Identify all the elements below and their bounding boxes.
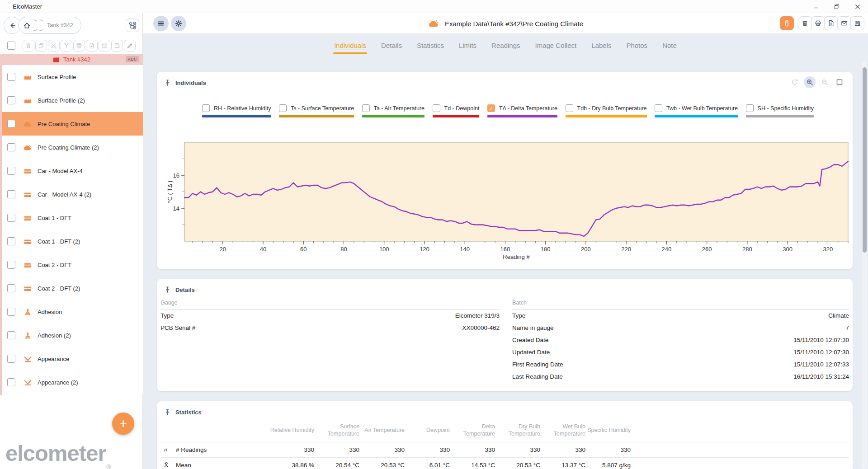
export-pdf-batch-button[interactable] [824, 16, 838, 30]
item-checkbox[interactable] [7, 284, 15, 292]
item-checkbox[interactable] [7, 73, 15, 81]
legend-item[interactable]: Ts - Surface Temperature [279, 104, 354, 117]
pin-icon[interactable] [164, 408, 171, 416]
svg-text:220: 220 [621, 246, 631, 253]
batch-item[interactable]: Surface Profile [0, 65, 143, 89]
copy-button[interactable] [35, 40, 47, 52]
batch-item[interactable]: Coat 2 - DFT [0, 253, 143, 277]
select-all-checkbox[interactable] [7, 42, 15, 50]
pin-icon[interactable] [164, 79, 171, 86]
tab-labels[interactable]: Labels [590, 40, 612, 56]
detail-row: Name in gauge7 [512, 322, 849, 334]
tree-view-button[interactable] [126, 19, 139, 32]
batch-item[interactable]: Coat 1 - DFT [0, 206, 143, 230]
email-batch-button[interactable] [837, 16, 851, 30]
breadcrumb-label: Tank #342 [47, 22, 73, 28]
surface-profile-icon [24, 73, 32, 81]
batch-item[interactable]: Car - Model AX-4 (2) [0, 183, 143, 206]
legend-item[interactable]: TΔ - Delta Temperature [487, 104, 557, 117]
tab-details[interactable]: Details [380, 40, 403, 56]
delete-button[interactable] [23, 40, 34, 52]
home-icon[interactable] [23, 22, 31, 29]
item-checkbox[interactable] [7, 167, 15, 175]
legend-item[interactable]: Tdb - Dry Bulb Temperature [566, 104, 647, 117]
item-checkbox[interactable] [7, 355, 15, 363]
item-checkbox[interactable] [7, 190, 15, 198]
batch-item[interactable]: Pre Coating Climate (2) [0, 136, 143, 159]
tab-individuals[interactable]: Individuals [333, 40, 367, 56]
batch-item[interactable]: Car - Model AX-4 [0, 159, 143, 183]
edit-button[interactable] [124, 40, 136, 52]
legend-checkbox[interactable] [746, 104, 754, 112]
item-checkbox[interactable] [7, 261, 15, 269]
item-checkbox[interactable] [7, 143, 15, 151]
pin-icon[interactable] [164, 286, 171, 293]
tab-limits[interactable]: Limits [458, 40, 477, 56]
scrollbar-thumb[interactable] [863, 67, 867, 253]
climate-cloud-icon [428, 19, 440, 28]
legend-color-bar [433, 115, 480, 117]
elcometer-logo: elcometer® [5, 441, 110, 469]
item-checkbox[interactable] [7, 120, 15, 128]
tab-photos[interactable]: Photos [625, 40, 648, 56]
legend-item[interactable]: RH - Relative Humidity [202, 104, 271, 117]
batch-item[interactable]: Appearance (2) [0, 371, 143, 394]
window-close-icon[interactable] [847, 0, 868, 13]
gauge-connect-button[interactable] [780, 16, 794, 30]
batch-item[interactable]: Coat 2 - DFT (2) [0, 277, 143, 300]
export-pdf-button[interactable] [86, 40, 98, 52]
item-checkbox[interactable] [7, 237, 15, 245]
item-checkbox[interactable] [7, 214, 15, 222]
tree-indent-stripe [0, 65, 2, 395]
add-button[interactable]: + [112, 413, 134, 435]
window-restore-icon[interactable] [826, 0, 847, 13]
print-batch-button[interactable] [811, 16, 825, 30]
sort-abc-badge[interactable]: ABC [126, 56, 139, 62]
tree-root-header[interactable]: Tank #342 ABC [0, 54, 143, 65]
item-checkbox[interactable] [7, 308, 15, 316]
expand-button[interactable] [834, 76, 845, 88]
legend-item[interactable]: Twb - Wet Bulb Temperature [655, 104, 738, 117]
breadcrumb[interactable]: Tank #342 [18, 17, 81, 34]
batch-item[interactable]: Appearance [0, 347, 143, 371]
cut-button[interactable] [48, 40, 60, 52]
tree-root-label: Tank #342 [63, 56, 90, 63]
legend-checkbox[interactable] [362, 104, 370, 112]
vertical-scrollbar[interactable] [862, 61, 867, 469]
batch-item[interactable]: Adhesion (2) [0, 324, 143, 347]
legend-checkbox[interactable] [433, 104, 440, 112]
delete-batch-button[interactable] [798, 16, 812, 30]
tab-readings[interactable]: Readings [491, 40, 521, 56]
email-button[interactable] [99, 40, 110, 52]
zoom-in-button[interactable] [804, 76, 816, 88]
legend-checkbox[interactable] [487, 104, 495, 112]
item-checkbox[interactable] [7, 378, 15, 386]
legend-checkbox[interactable] [566, 104, 573, 112]
tab-note[interactable]: Note [661, 40, 678, 56]
legend-color-bar [655, 115, 738, 117]
legend-item[interactable]: Ta - Air Temperature [362, 104, 425, 117]
zoom-out-button[interactable] [819, 76, 830, 88]
legend-checkbox[interactable] [655, 104, 662, 112]
batch-item[interactable]: Surface Profile (2) [0, 89, 143, 112]
item-checkbox[interactable] [7, 331, 15, 339]
delta-temperature-line-chart[interactable]: 1416204060801001201401601802002202402602… [166, 130, 853, 265]
legend-checkbox[interactable] [279, 104, 287, 112]
registered-mark: ® [107, 464, 111, 469]
window-minimize-icon[interactable] [806, 0, 826, 13]
legend-item[interactable]: SH - Specific Humidity [746, 104, 814, 117]
batch-item[interactable]: Pre Coating Climate [0, 112, 143, 136]
batch-item[interactable]: Adhesion [0, 300, 143, 324]
branch-button[interactable] [61, 40, 72, 52]
save-batch-button[interactable] [850, 16, 864, 30]
print-button[interactable] [73, 40, 85, 52]
reset-zoom-button[interactable] [789, 76, 801, 88]
tab-statistics[interactable]: Statistics [416, 40, 445, 56]
batch-item[interactable]: Coat 1 - DFT (2) [0, 230, 143, 253]
svg-text:°C ( TΔ ): °C ( TΔ ) [166, 181, 173, 203]
item-checkbox[interactable] [7, 96, 15, 104]
legend-checkbox[interactable] [202, 104, 210, 112]
tab-image-collect[interactable]: Image Collect [534, 40, 578, 56]
save-button[interactable] [111, 40, 123, 52]
legend-item[interactable]: Td - Dewpoint [433, 104, 480, 117]
